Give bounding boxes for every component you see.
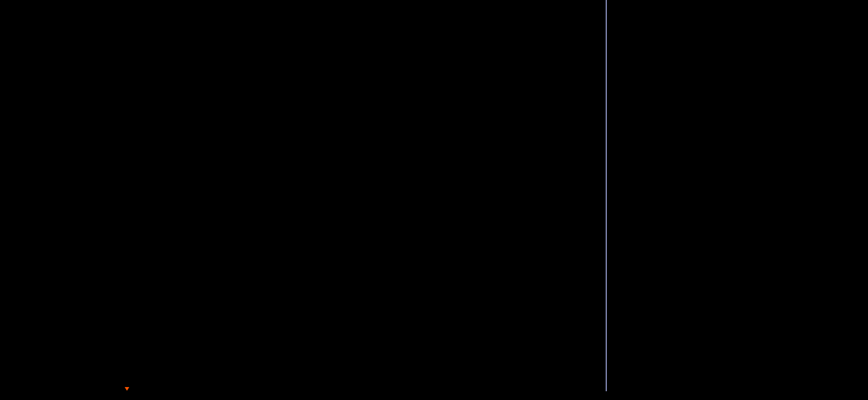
chart-cursor-line[interactable] [606,0,607,391]
status-bar [0,391,868,400]
mouse-marker-icon [125,387,129,391]
chart-area[interactable] [0,0,868,400]
amibroker-chart-window [0,0,868,400]
